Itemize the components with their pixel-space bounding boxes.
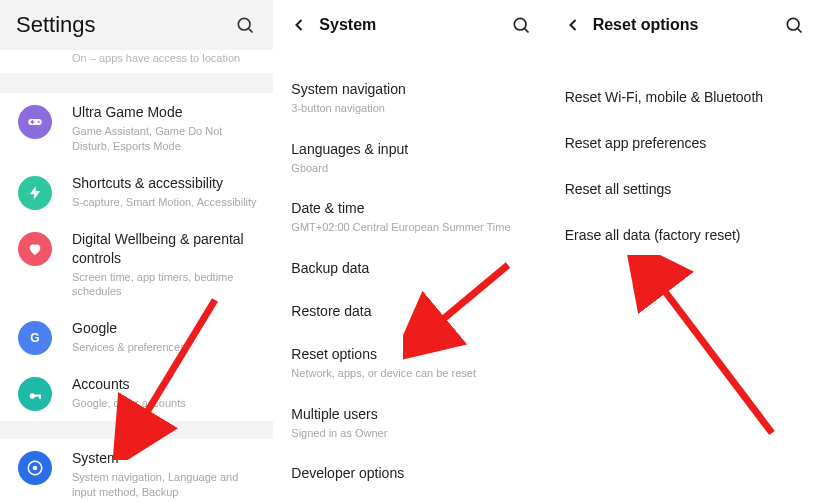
system-item-label: Languages & input [291,140,528,159]
reset-item-label: Reset all settings [565,181,802,197]
settings-item[interactable]: Shortcuts & accessibilityS-capture, Smar… [0,164,273,220]
system-title: System [319,16,508,34]
reset-item[interactable]: Reset Wi-Fi, mobile & Bluetooth [547,74,820,120]
svg-line-16 [525,29,529,33]
reset-item-label: Reset Wi-Fi, mobile & Bluetooth [565,89,802,105]
key-icon [18,377,52,411]
svg-line-1 [249,29,253,33]
settings-item-label: Shortcuts & accessibility [72,174,259,193]
system-header: System [273,0,546,50]
settings-item-sub: Services & preferences [72,340,259,355]
reset-title: Reset options [593,16,782,34]
system-item[interactable]: Backup data [273,247,546,290]
system-item-label: Backup data [291,259,528,278]
reset-list: Reset Wi-Fi, mobile & BluetoothReset app… [547,50,820,258]
svg-point-19 [787,18,799,30]
reset-item[interactable]: Reset all settings [547,166,820,212]
settings-item[interactable]: AccountsGoogle, other accounts [0,365,273,421]
search-icon[interactable] [233,13,257,37]
settings-item-sub: Game Assistant, Game Do Not Disturb, Esp… [72,124,259,154]
bolt-icon [18,176,52,210]
reset-item-label: Erase all data (factory reset) [565,227,802,243]
settings-item-sub: Screen time, app timers, bedtime schedul… [72,270,259,300]
system-item-sub: Network, apps, or device can be reset [291,366,528,381]
back-icon[interactable] [561,13,585,37]
svg-line-22 [645,265,772,433]
svg-point-3 [38,121,40,123]
system-item[interactable]: Restore data [273,290,546,333]
search-icon[interactable] [782,13,806,37]
system-item[interactable]: Developer options [273,452,546,495]
gamepad-icon [18,105,52,139]
search-icon[interactable] [509,13,533,37]
reset-item-label: Reset app preferences [565,135,802,151]
system-item-label: Developer options [291,464,528,483]
settings-item-sub: Google, other accounts [72,396,259,411]
settings-list: Ultra Game ModeGame Assistant, Game Do N… [0,93,273,421]
settings-item-system[interactable]: System System navigation, Language and i… [0,439,273,502]
system-item[interactable]: Reset optionsNetwork, apps, or device ca… [273,333,546,393]
arrow-annotation [627,255,787,445]
settings-item-label: Digital Wellbeing & parental controls [72,230,259,268]
settings-item[interactable]: Digital Wellbeing & parental controlsScr… [0,220,273,309]
settings-item-label: Accounts [72,375,259,394]
system-item-sub: GMT+02:00 Central European Summer Time [291,220,528,235]
reset-header: Reset options [547,0,820,50]
svg-line-20 [798,29,802,33]
svg-point-0 [239,18,251,30]
svg-rect-5 [32,120,34,124]
settings-item[interactable]: GGoogleServices & preferences [0,309,273,365]
section-divider [0,73,273,93]
system-item[interactable]: System navigation3-button navigation [273,68,546,128]
svg-point-12 [33,466,38,471]
section-divider [0,421,273,439]
google-icon: G [18,321,52,355]
svg-rect-10 [39,395,41,399]
system-list: System navigation3-button navigationLang… [273,50,546,495]
system-item-sub: 3-button navigation [291,101,528,116]
screen-settings: Settings On – apps have access to locati… [0,0,273,502]
system-item-label: Reset options [291,345,528,364]
system-item[interactable]: Date & timeGMT+02:00 Central European Su… [273,187,546,247]
screen-reset-options: Reset options Reset Wi-Fi, mobile & Blue… [547,0,820,502]
svg-point-15 [514,18,526,30]
settings-item-label: Google [72,319,259,338]
system-item[interactable]: Multiple usersSigned in as Owner [273,393,546,453]
settings-item-sub: System navigation, Language and input me… [72,470,259,500]
partial-prev-item-sub: On – apps have access to location [0,50,273,73]
system-item-label: Restore data [291,302,528,321]
settings-title: Settings [16,12,96,38]
svg-marker-6 [30,186,41,199]
settings-item[interactable]: Ultra Game ModeGame Assistant, Game Do N… [0,93,273,164]
system-icon [18,451,52,485]
heart-icon [18,232,52,266]
reset-item[interactable]: Erase all data (factory reset) [547,212,820,258]
screen-system: System System navigation3-button navigat… [273,0,546,502]
settings-header: Settings [0,0,273,50]
system-item[interactable]: Languages & inputGboard [273,128,546,188]
svg-text:G: G [30,331,39,345]
system-item-label: System navigation [291,80,528,99]
system-item-label: Date & time [291,199,528,218]
reset-item[interactable]: Reset app preferences [547,120,820,166]
settings-item-label: Ultra Game Mode [72,103,259,122]
system-item-sub: Gboard [291,161,528,176]
back-icon[interactable] [287,13,311,37]
system-item-sub: Signed in as Owner [291,426,528,441]
settings-item-sub: S-capture, Smart Motion, Accessibility [72,195,259,210]
settings-item-label: System [72,449,259,468]
system-item-label: Multiple users [291,405,528,424]
